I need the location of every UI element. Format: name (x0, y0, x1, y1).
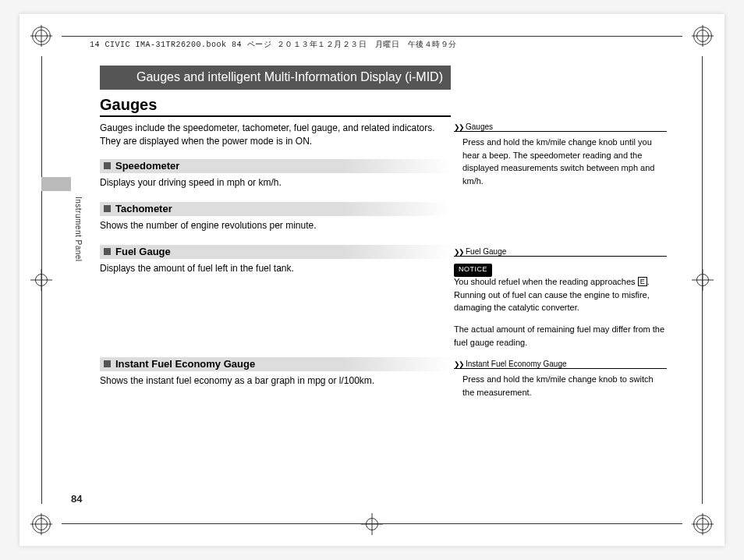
subhead-label-text: Instant Fuel Economy Gauge (115, 358, 255, 370)
side-gauges-title-text: Gauges (466, 122, 493, 131)
chapter-title-bar: Gauges and intelligent Multi-Information… (100, 66, 451, 90)
reg-mark-bottom-left (30, 513, 52, 535)
chapter-title: Gauges and intelligent Multi-Information… (136, 70, 443, 83)
subhead-tachometer: Tachometer (104, 203, 172, 214)
subhead-speedometer: Speedometer (104, 160, 179, 172)
subhead-label-text: Speedometer (115, 160, 179, 172)
vertical-section-label: Instrument Panel (74, 197, 83, 262)
reg-mark-right-mid (692, 269, 714, 291)
side-economy-body: Press and hold the km/mile change knob t… (462, 373, 667, 399)
speedometer-body: Displays your driving speed in mph or km… (100, 176, 443, 190)
bullet-icon (104, 162, 111, 169)
bullet-icon (104, 205, 111, 212)
crop-line-top (62, 36, 682, 37)
reg-mark-left-mid (30, 269, 52, 291)
page-number: 84 (71, 493, 82, 505)
side-gauges-rule (454, 131, 667, 132)
subhead-fuel: Fuel Gauge (104, 246, 171, 257)
economy-body: Shows the instant fuel economy as a bar … (100, 374, 443, 388)
section-title: Gauges (100, 96, 157, 114)
side-tab (41, 177, 71, 191)
side-fuel-rule (454, 256, 667, 257)
reg-mark-top-left (30, 25, 52, 47)
reg-mark-bottom-right (692, 513, 714, 535)
reg-mark-bottom-mid (361, 513, 383, 535)
side-fuel-body1a: You should refuel when the reading appro… (454, 277, 638, 286)
side-fuel-title-text: Fuel Gauge (466, 247, 506, 256)
subhead-economy: Instant Fuel Economy Gauge (104, 358, 255, 370)
crop-header-text: 14 CIVIC IMA-31TR26200.book 84 ページ ２０１３年… (90, 39, 457, 50)
fuel-body: Displays the amount of fuel left in the … (100, 262, 443, 275)
side-fuel-body1: You should refuel when the reading appro… (454, 275, 667, 314)
reg-mark-top-right (692, 25, 714, 47)
side-economy-title-text: Instant Fuel Economy Gauge (466, 360, 567, 368)
side-gauges-body: Press and hold the km/mile change knob u… (462, 136, 667, 187)
tachometer-body: Shows the number of engine revolutions p… (100, 219, 443, 232)
subhead-label-text: Fuel Gauge (115, 246, 171, 257)
bullet-icon (104, 248, 111, 255)
side-economy-rule (454, 368, 667, 369)
bullet-icon (104, 360, 111, 367)
side-fuel-notice: NOTICE (454, 262, 492, 277)
side-fuel-body2: The actual amount of remaining fuel may … (454, 323, 667, 349)
page: 14 CIVIC IMA-31TR26200.book 84 ページ ２０１３年… (19, 14, 725, 546)
subhead-label-text: Tachometer (115, 203, 172, 214)
section-intro: Gauges include the speedometer, tachomet… (100, 122, 443, 149)
fuel-empty-icon: E (638, 277, 647, 286)
section-title-underline (100, 115, 451, 117)
